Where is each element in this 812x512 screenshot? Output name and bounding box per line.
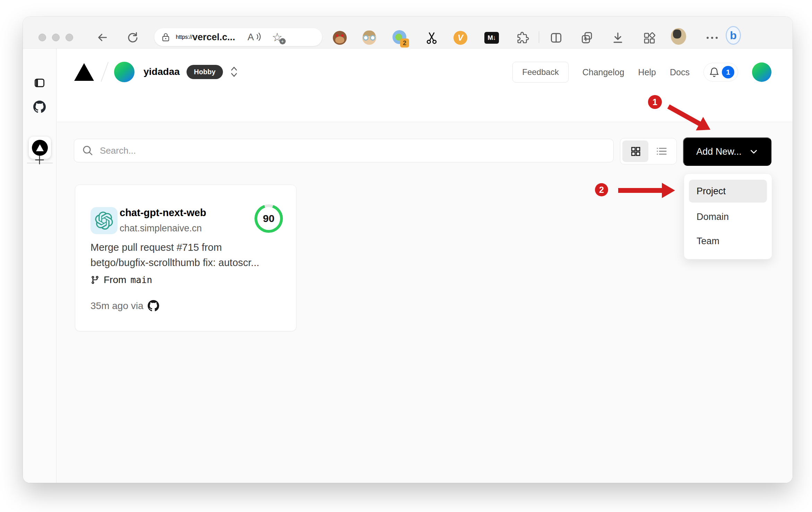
add-new-button[interactable]: Add New... xyxy=(683,137,771,166)
add-new-dropdown: Project Domain Team xyxy=(684,173,772,259)
favorite-plus-badge: + xyxy=(279,38,286,44)
project-search[interactable] xyxy=(74,139,614,162)
minimize-window-button[interactable] xyxy=(52,34,60,41)
close-window-button[interactable] xyxy=(38,34,46,41)
link-changelog[interactable]: Changelog xyxy=(582,67,624,77)
scope-switcher-icon[interactable] xyxy=(230,66,238,78)
downloads-icon[interactable] xyxy=(610,30,625,45)
deployed-time: 35m ago via xyxy=(90,300,144,312)
read-aloud-icon[interactable]: A xyxy=(247,31,261,43)
refresh-icon[interactable] xyxy=(126,31,139,44)
svg-text:A: A xyxy=(248,32,254,42)
zoom-window-button[interactable] xyxy=(66,34,73,41)
list-view-button[interactable] xyxy=(648,140,674,162)
team-name: yidadaa xyxy=(144,66,180,77)
plan-badge: Hobby xyxy=(187,65,223,79)
apps-grid-icon[interactable] xyxy=(641,30,657,45)
link-docs[interactable]: Docs xyxy=(670,67,690,77)
branch-row: From main xyxy=(90,274,152,285)
grid-view-button[interactable] xyxy=(622,140,648,162)
notification-count-badge: 1 xyxy=(722,66,734,78)
add-favorite-icon[interactable]: ☆ + xyxy=(272,31,282,43)
project-card[interactable]: chat-gpt-next-web chat.simplenaive.cn 90… xyxy=(75,185,296,331)
commit-message[interactable]: Merge pull request #715 from betgo/bugfi… xyxy=(90,240,278,270)
vercel-triangle-logo[interactable] xyxy=(74,63,94,81)
grid-view-icon xyxy=(630,145,641,157)
address-bar[interactable]: https://vercel.c... A ☆ + xyxy=(154,28,322,46)
header-actions: Feedback Changelog Help Docs 1 xyxy=(512,61,771,83)
chevron-down-icon xyxy=(749,147,758,156)
dashboard-content: Add New... Project Domain Team chat-gpt-… xyxy=(57,122,793,483)
breadcrumb-slash xyxy=(101,62,109,82)
project-name[interactable]: chat-gpt-next-web xyxy=(120,207,206,219)
view-toggle xyxy=(620,138,677,164)
feedback-button[interactable]: Feedback xyxy=(512,62,568,83)
split-screen-icon[interactable] xyxy=(548,30,564,45)
extension-scissors-icon[interactable] xyxy=(424,30,439,45)
add-new-label: Add New... xyxy=(696,146,742,157)
browser-profile-avatar[interactable] xyxy=(671,29,686,44)
list-view-icon xyxy=(655,145,668,157)
scope-breadcrumb: yidadaa Hobby xyxy=(74,61,238,82)
project-logo-tile xyxy=(90,207,118,234)
notifications-button[interactable]: 1 xyxy=(703,63,738,82)
annotation-step-1: 1 xyxy=(648,95,662,109)
extension-v-icon[interactable]: V xyxy=(453,30,468,45)
git-branch-icon xyxy=(90,275,100,284)
extension-badge-count: 2 xyxy=(400,39,409,48)
extension-avatar-icon[interactable] xyxy=(362,30,377,45)
bell-icon xyxy=(709,67,720,78)
score-value: 90 xyxy=(257,207,280,230)
team-avatar[interactable] xyxy=(114,62,135,82)
dropdown-item-project[interactable]: Project xyxy=(689,180,767,203)
branch-name: main xyxy=(130,275,152,285)
deployment-meta: 35m ago via xyxy=(90,300,159,312)
user-avatar[interactable] xyxy=(752,62,771,82)
vertical-tab-strip xyxy=(23,49,57,483)
annotation-step-2: 2 xyxy=(595,183,608,196)
project-domain[interactable]: chat.simplenaive.cn xyxy=(120,223,202,234)
github-icon xyxy=(148,300,159,312)
lock-icon xyxy=(161,32,170,42)
vercel-header: yidadaa Hobby Feedback Changelog Help Do… xyxy=(57,49,793,122)
bing-chat-icon[interactable]: b xyxy=(726,28,741,43)
link-help[interactable]: Help xyxy=(638,67,656,77)
extension-tampermonkey-icon[interactable] xyxy=(332,30,347,45)
extension-markdown-icon[interactable]: M↓ xyxy=(484,30,499,45)
new-tab-plus-icon[interactable] xyxy=(34,154,45,165)
dropdown-item-team[interactable]: Team xyxy=(689,229,767,253)
score-ring[interactable]: 90 xyxy=(254,204,283,233)
dropdown-item-domain[interactable]: Domain xyxy=(689,205,767,229)
browser-window: https://vercel.c... A ☆ + xyxy=(23,17,793,483)
search-icon xyxy=(82,145,94,156)
tab-github-icon[interactable] xyxy=(33,101,46,113)
sidebar-panel-toggle-icon[interactable] xyxy=(34,77,45,88)
openai-logo-icon xyxy=(95,212,113,230)
branch-prefix: From xyxy=(104,274,126,285)
url-host: vercel.c... xyxy=(192,32,235,43)
url-scheme: https:// xyxy=(176,34,192,40)
back-icon[interactable] xyxy=(96,31,109,44)
screen: https://vercel.c... A ☆ + xyxy=(0,0,812,512)
collections-icon[interactable] xyxy=(579,30,595,45)
vercel-logo-icon xyxy=(32,140,48,156)
search-input[interactable] xyxy=(100,145,606,156)
extension-translate-icon[interactable]: 2 xyxy=(392,30,408,45)
browser-toolbar: https://vercel.c... A ☆ + xyxy=(23,17,793,49)
more-menu-icon[interactable] xyxy=(705,30,720,45)
extensions-puzzle-icon[interactable] xyxy=(515,30,530,45)
toolbar-divider xyxy=(539,31,539,43)
